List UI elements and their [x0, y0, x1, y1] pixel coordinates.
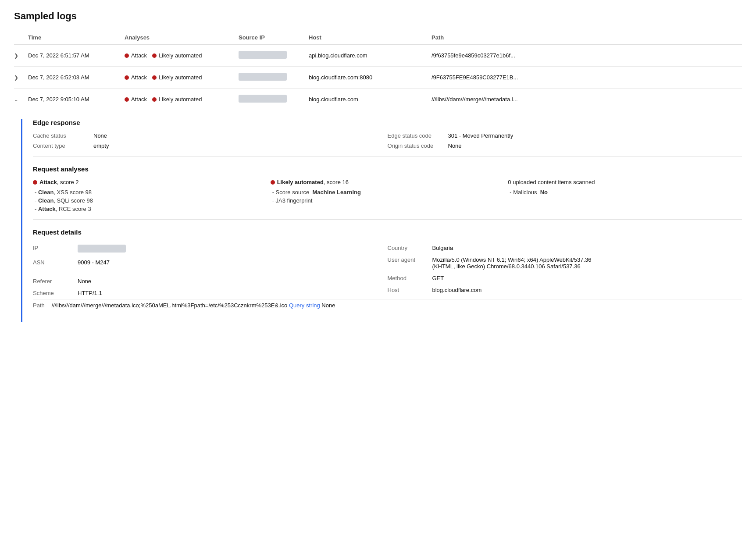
request-details-right: Country Bulgaria User agent Mozilla/5.0 … [388, 242, 742, 299]
row1-source-ip [239, 51, 309, 60]
row1-attack-badge: Attack [125, 52, 147, 59]
col-time: Time [28, 34, 125, 41]
country-row: Country Bulgaria [388, 242, 742, 254]
divider-2 [33, 219, 742, 220]
cache-status-row: Cache status None [33, 132, 388, 139]
analysis-col-1: Attack, score 2 - Clean, XSS score 98 - … [33, 179, 267, 212]
edge-status-code-value: 301 - Moved Permanently [448, 132, 514, 139]
country-label: Country [388, 245, 427, 251]
row1-attack-dot [125, 53, 129, 58]
row3-analyses: Attack Likely automated [125, 96, 239, 103]
table-header: Time Analyses Source IP Host Path [14, 31, 742, 45]
row1-path: /9f63755fe9e4859c03277e1b6f... [431, 52, 742, 59]
analysis-col-2: Likely automated, score 16 - Score sourc… [271, 179, 505, 212]
row2-attack-label: Attack [131, 74, 147, 81]
col-analyses: Analyses [125, 34, 239, 41]
country-value: Bulgaria [432, 245, 453, 251]
analysis-col-3: 0 uploaded content items scanned - Malic… [508, 179, 742, 212]
analysis-col1-header: Attack, score 2 [33, 179, 267, 185]
content-type-row: Content type empty [33, 142, 388, 149]
content-type-label: Content type [33, 142, 90, 149]
row2-path: /9F63755FE9E4859C03277E1B... [431, 74, 742, 81]
col-path: Path [431, 34, 742, 41]
log-row-3-header[interactable]: ⌄ Dec 7, 2022 9:05:10 AM Attack Likely a… [14, 89, 742, 110]
row3-ip-redacted [239, 95, 287, 103]
path-full-row: Path ///libs///dam///merge///metadata.ic… [33, 299, 742, 311]
page-title: Sampled logs [14, 11, 742, 22]
edge-response-title: Edge response [33, 119, 742, 126]
scheme-label: Scheme [33, 290, 72, 296]
row2-source-ip [239, 73, 309, 82]
query-string-value: None [321, 302, 335, 309]
col2-header-text: Likely automated [277, 179, 324, 185]
row2-attack-badge: Attack [125, 74, 147, 81]
method-value: GET [432, 275, 444, 281]
col1-header-text: Attack [39, 179, 57, 185]
ip-label: IP [33, 245, 72, 251]
row1-ip-redacted [239, 51, 287, 59]
col1-item-3: - Attack, RCE score 3 [33, 206, 267, 212]
origin-status-code-label: Origin status code [388, 142, 445, 149]
request-details-grid: IP ASN 9009 - M247 Referer None Scheme H… [33, 242, 742, 299]
scheme-value: HTTP/1.1 [78, 290, 102, 296]
origin-status-code-value: None [448, 142, 462, 149]
row2-time: Dec 7, 2022 6:52:03 AM [28, 74, 125, 81]
log-row-2-header[interactable]: ❯ Dec 7, 2022 6:52:03 AM Attack Likely a… [14, 67, 742, 88]
log-row-3: ⌄ Dec 7, 2022 9:05:10 AM Attack Likely a… [14, 89, 742, 322]
row3-attack-label: Attack [131, 96, 147, 103]
col-host: Host [309, 34, 431, 41]
asn-value: 9009 - M247 [78, 259, 110, 266]
host-value: blog.cloudflare.com [432, 287, 482, 293]
method-row: Method GET [388, 272, 742, 284]
row2-expand-icon[interactable]: ❯ [14, 75, 28, 81]
request-analyses-grid: Attack, score 2 - Clean, XSS score 98 - … [33, 179, 742, 212]
row3-expand-icon[interactable]: ⌄ [14, 96, 28, 103]
row1-automated-badge: Likely automated [152, 52, 202, 59]
user-agent-row: User agent Mozilla/5.0 (Windows NT 6.1; … [388, 254, 742, 272]
referer-label: Referer [33, 278, 72, 285]
row2-automated-label: Likely automated [159, 74, 202, 81]
row1-expand-icon[interactable]: ❯ [14, 53, 28, 59]
asn-row: ASN 9009 - M247 [33, 256, 388, 268]
request-details-title: Request details [33, 228, 742, 236]
row1-attack-label: Attack [131, 52, 147, 59]
path-full-value: ///libs///dam///merge///metadata.ico;%25… [51, 302, 287, 309]
row3-expanded-content: Edge response Cache status None Edge sta… [21, 119, 742, 322]
row3-automated-badge: Likely automated [152, 96, 202, 103]
col2-item-2: - JA3 fingerprint [271, 197, 505, 204]
request-analyses-title: Request analyses [33, 165, 742, 173]
col1-item-1: - Clean, XSS score 98 [33, 189, 267, 196]
row3-host: blog.cloudflare.com [309, 96, 431, 103]
host-label: Host [388, 287, 427, 293]
row2-ip-redacted [239, 73, 287, 81]
row2-host: blog.cloudflare.com:8080 [309, 74, 431, 81]
query-string-link[interactable]: Query string [287, 302, 321, 309]
col-expand [14, 34, 28, 41]
log-row-1-header[interactable]: ❯ Dec 7, 2022 6:51:57 AM Attack Likely a… [14, 45, 742, 66]
row2-automated-badge: Likely automated [152, 74, 202, 81]
user-agent-label: User agent [388, 256, 427, 263]
row3-source-ip [239, 95, 309, 104]
edge-status-code-label: Edge status code [388, 132, 445, 139]
row2-automated-dot [152, 75, 157, 80]
cache-status-value: None [93, 132, 107, 139]
row3-attack-badge: Attack [125, 96, 147, 103]
content-type-value: empty [93, 142, 109, 149]
ip-row: IP [33, 242, 388, 256]
origin-status-code-row: Origin status code None [388, 142, 742, 149]
row2-attack-dot [125, 75, 129, 80]
row3-path: ///libs///dam///merge///metadata.i... [431, 96, 742, 103]
row1-analyses: Attack Likely automated [125, 52, 239, 59]
analysis-col3-header: 0 uploaded content items scanned [508, 179, 742, 185]
row1-host: api.blog.cloudflare.com [309, 52, 431, 59]
col3-header-text: 0 uploaded content items scanned [508, 179, 595, 185]
user-agent-value: Mozilla/5.0 (Windows NT 6.1; Win64; x64)… [432, 256, 599, 270]
asn-label: ASN [33, 259, 72, 266]
method-label: Method [388, 275, 427, 281]
row3-automated-dot [152, 97, 157, 102]
edge-status-code-row: Edge status code 301 - Moved Permanently [388, 132, 742, 139]
row3-attack-dot [125, 97, 129, 102]
referer-value: None [78, 278, 91, 285]
divider-1 [33, 156, 742, 157]
row2-analyses: Attack Likely automated [125, 74, 239, 81]
